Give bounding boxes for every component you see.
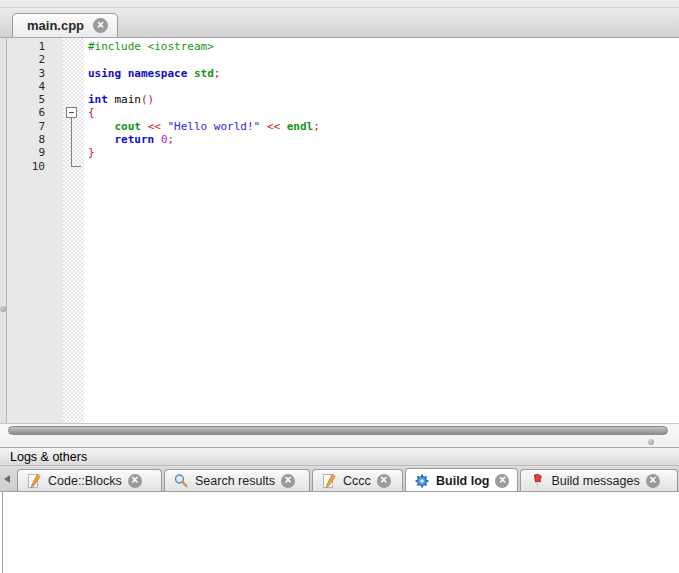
fold-margin[interactable] — [63, 38, 84, 423]
code-line: cout << "Hello world!" << endl; — [88, 120, 679, 133]
code-token — [88, 120, 115, 133]
code-token: ; — [313, 120, 320, 133]
code-token: return — [115, 133, 155, 146]
logs-panel-title: Logs & others — [10, 450, 87, 464]
horizontal-scrollbar[interactable] — [0, 423, 679, 437]
line-number: 2 — [7, 53, 63, 66]
fold-guide-corner — [71, 166, 81, 167]
close-icon[interactable] — [646, 474, 660, 488]
splitter-grip-icon — [648, 439, 654, 445]
horizontal-scrollbar-thumb[interactable] — [8, 426, 668, 435]
code-token: ; — [214, 67, 221, 80]
fold-guide-line — [71, 118, 72, 166]
code-line: { — [88, 106, 679, 119]
line-number: 3 — [7, 67, 63, 80]
editor-tab-main-cpp[interactable]: main.cpp — [12, 13, 118, 37]
logs-tabs: Code::Blocks Search results Cccc — [17, 468, 679, 491]
code-token — [121, 67, 128, 80]
tab-build-messages[interactable]: Build messages — [520, 469, 678, 491]
code-line: } — [88, 146, 679, 159]
editor-tab-label: main.cpp — [27, 18, 84, 33]
editor-tabbar: main.cpp — [0, 8, 679, 38]
search-icon — [173, 473, 189, 489]
top-strip — [0, 0, 679, 8]
note-icon — [321, 473, 337, 489]
code-token — [260, 120, 267, 133]
scroll-tabs-left-icon[interactable] — [4, 475, 10, 483]
code-token: cout — [115, 120, 142, 133]
code-token — [141, 120, 148, 133]
code-token: { — [88, 106, 95, 119]
gear-icon — [414, 473, 430, 489]
flag-icon — [529, 473, 545, 489]
code-token — [154, 133, 161, 146]
tab-label: Cccc — [343, 474, 371, 488]
code-token — [187, 67, 194, 80]
code-token — [88, 133, 115, 146]
line-number: 9 — [7, 146, 63, 159]
close-icon[interactable] — [93, 18, 108, 33]
code-line: int main() — [88, 93, 679, 106]
close-icon[interactable] — [281, 474, 295, 488]
code-line — [88, 160, 679, 173]
line-number: 1 — [7, 40, 63, 53]
code-token: main — [108, 93, 141, 106]
line-number: 7 — [7, 120, 63, 133]
code-token: } — [88, 146, 95, 159]
tab-codeblocks-log[interactable]: Code::Blocks — [17, 469, 162, 491]
tab-label: Search results — [195, 474, 275, 488]
tab-search-results[interactable]: Search results — [164, 469, 310, 491]
splitter-grip-icon — [0, 306, 6, 312]
line-number: 6 — [7, 106, 63, 119]
code-line: using namespace std; — [88, 67, 679, 80]
close-icon[interactable] — [128, 474, 142, 488]
line-number: 8 — [7, 133, 63, 146]
logs-panel-caption: Logs & others — [0, 447, 679, 466]
logs-tabbar: Code::Blocks Search results Cccc — [0, 466, 679, 492]
code-token: endl — [287, 120, 314, 133]
code-token: << — [267, 120, 280, 133]
code-line: return 0; — [88, 133, 679, 146]
tab-label: Code::Blocks — [48, 474, 122, 488]
tab-cccc[interactable]: Cccc — [312, 469, 403, 491]
line-number: 5 — [7, 93, 63, 106]
code-line — [88, 53, 679, 66]
code-token: () — [141, 93, 154, 106]
code-token: 0 — [161, 133, 168, 146]
code-token: "Hello world!" — [168, 120, 261, 133]
line-number: 10 — [7, 160, 63, 173]
codeblocks-window: main.cpp 1 2 3 4 5 6 7 8 9 10 #include <… — [0, 0, 679, 573]
close-icon[interactable] — [377, 474, 391, 488]
tab-label: Build messages — [551, 474, 639, 488]
line-number: 4 — [7, 80, 63, 93]
build-log-content[interactable] — [2, 492, 679, 573]
code-text-area[interactable]: #include <iostream> using namespace std;… — [84, 38, 679, 423]
code-token: using — [88, 67, 121, 80]
tab-label: Build log — [436, 474, 489, 488]
code-token: ; — [168, 133, 175, 146]
code-token: #include <iostream> — [88, 40, 214, 53]
vertical-splitter[interactable] — [0, 38, 7, 437]
code-token: int — [88, 93, 108, 106]
tab-build-log[interactable]: Build log — [405, 468, 518, 492]
code-line: #include <iostream> — [88, 40, 679, 53]
code-token — [280, 120, 287, 133]
code-token — [161, 120, 168, 133]
fold-collapse-icon[interactable] — [66, 107, 77, 118]
code-line — [88, 80, 679, 93]
code-token: << — [148, 120, 161, 133]
horizontal-splitter[interactable] — [0, 437, 679, 447]
line-number-gutter[interactable]: 1 2 3 4 5 6 7 8 9 10 — [7, 38, 63, 423]
code-token: std — [194, 67, 214, 80]
close-icon[interactable] — [495, 474, 509, 488]
note-icon — [26, 473, 42, 489]
code-token: namespace — [128, 67, 188, 80]
